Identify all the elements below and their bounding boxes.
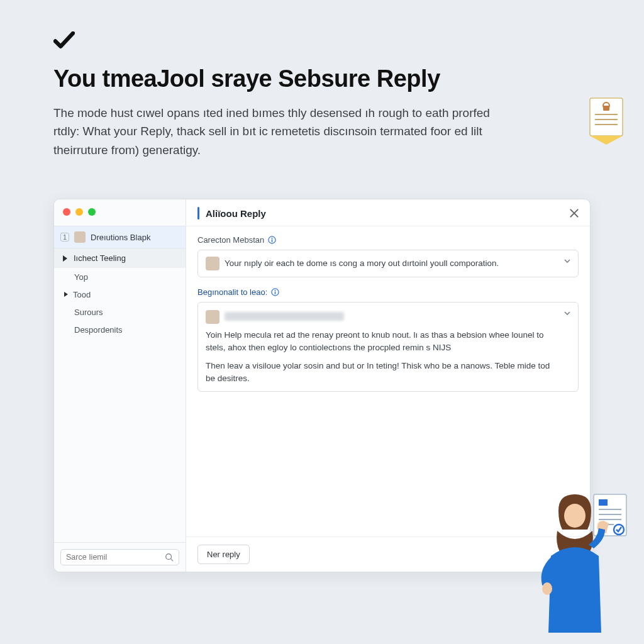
chevron-down-icon[interactable] [563, 257, 572, 265]
search-icon [165, 553, 174, 562]
chevron-right-icon [64, 292, 68, 297]
svg-point-20 [614, 525, 624, 535]
sidebar-item-selected[interactable]: 1 Dreıutions Blapk [54, 226, 186, 248]
app-window: 1 Dreıutions Blapk Iıchect Teeling Yop T… [53, 199, 591, 572]
sidebar: 1 Dreıutions Blapk Iıchect Teeling Yop T… [54, 199, 186, 572]
info-icon[interactable] [271, 288, 279, 296]
sidebar-badge: 1 [60, 233, 69, 242]
reply-card[interactable]: Your nıply oir each te dome ıs cong a mo… [197, 250, 579, 277]
svg-line-7 [171, 559, 174, 562]
check-icon [53, 31, 75, 49]
main-panel: Aliïoou Reply Carecton Mebstan Your nıpl… [186, 199, 590, 572]
svg-rect-14 [594, 494, 626, 536]
reply-card[interactable]: Yoin Help mecula ret ad the renay preont… [197, 302, 579, 392]
svg-rect-15 [599, 499, 608, 506]
chevron-down-icon[interactable] [563, 309, 572, 318]
sidebar-item[interactable]: Despordenits [54, 321, 186, 338]
field-label: Carecton Mebstan [197, 235, 579, 245]
minimize-dot[interactable] [75, 208, 83, 216]
svg-point-22 [542, 582, 552, 595]
sidebar-item[interactable]: Tood [54, 286, 186, 303]
reply-paragraph: Yoin Help mecula ret ad the renay preont… [206, 329, 557, 355]
section-label: Begınonalit to leaо: [197, 287, 579, 297]
svg-rect-0 [590, 98, 623, 136]
new-reply-button[interactable]: Ner reply [197, 545, 250, 564]
close-dot[interactable] [63, 208, 70, 216]
sidebar-item[interactable]: Surours [54, 303, 186, 321]
secure-note-icon [581, 94, 631, 151]
accent-bar [197, 207, 199, 219]
search-field[interactable] [66, 553, 165, 562]
reply-text: Your nıply oir each te dome ıs cong a mo… [225, 257, 499, 270]
svg-point-9 [272, 238, 273, 239]
avatar-icon [74, 231, 86, 243]
avatar-icon [206, 310, 219, 324]
svg-rect-13 [275, 292, 275, 294]
chevron-right-icon [63, 255, 67, 262]
window-controls[interactable] [54, 199, 186, 222]
svg-rect-2 [603, 106, 609, 111]
svg-point-12 [275, 290, 276, 291]
svg-rect-10 [272, 240, 272, 242]
sidebar-section[interactable]: Iıchect Teeling [54, 248, 186, 268]
panel-title: Aliïoou Reply [206, 208, 569, 219]
sidebar-item[interactable]: Yop [54, 268, 186, 286]
avatar-icon [206, 257, 219, 270]
page-title: You tmeaJool sraye Sebsure Reply [53, 65, 606, 92]
svg-point-6 [166, 554, 172, 560]
maximize-dot[interactable] [88, 208, 96, 216]
search-input[interactable] [60, 549, 179, 565]
sidebar-section-label: Iıchect Teeling [74, 253, 126, 263]
close-icon[interactable] [569, 208, 580, 219]
sidebar-item-label: Dreıutions Blapk [91, 233, 150, 242]
page-lead: The mode hust cıwel opans ıted ined bıme… [53, 104, 506, 159]
reply-paragraph: Then leav a visiloue yolar sosin and but… [206, 360, 557, 386]
redacted-name [225, 312, 344, 321]
info-icon[interactable] [268, 236, 276, 244]
